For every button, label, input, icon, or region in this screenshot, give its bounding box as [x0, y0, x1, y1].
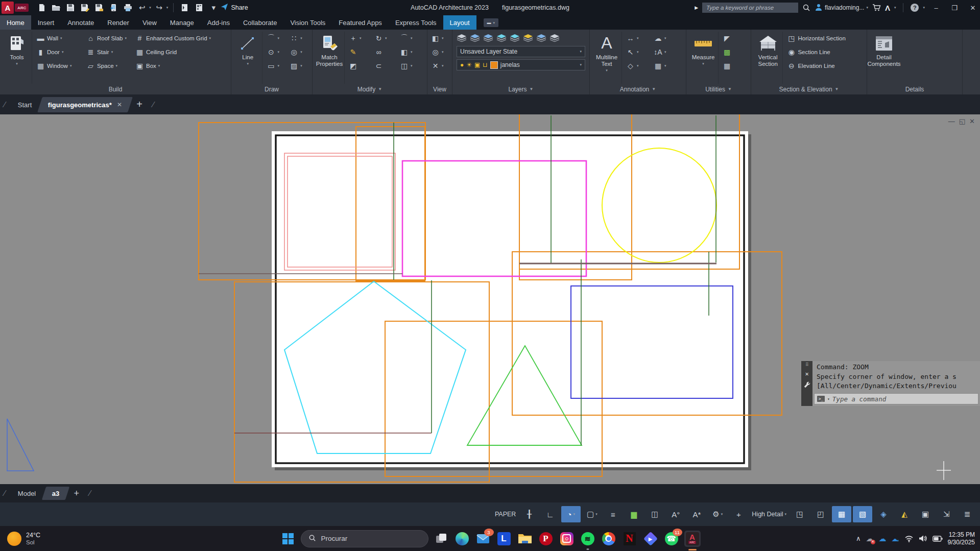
file-tab-figurasgeometricas-[interactable]: figurasgeometricas*✕: [37, 97, 133, 112]
isodraft-icon[interactable]: ◳: [790, 506, 809, 522]
app-store-cart-icon[interactable]: [872, 4, 881, 12]
annotation-visibility-icon[interactable]: A°: [666, 506, 685, 522]
layer-off-icon[interactable]: [510, 34, 520, 43]
user-account-button[interactable]: flaviadoming...▾: [815, 3, 868, 13]
customize-menu-icon[interactable]: ≣: [958, 506, 977, 522]
weather-widget[interactable]: 24°C Sol: [7, 532, 40, 546]
line-button[interactable]: Line▾: [233, 32, 262, 84]
chrome-icon[interactable]: [601, 531, 617, 547]
lineweight-icon[interactable]: ≡: [603, 506, 623, 522]
graphics-performance-icon[interactable]: ◭: [895, 506, 914, 522]
panel-title[interactable]: Utilities▼: [686, 84, 751, 94]
panel-title[interactable]: Details: [867, 84, 962, 94]
quick-calc-icon[interactable]: ▦: [721, 59, 742, 73]
layer-state-dropdown[interactable]: Unsaved Layer State▾: [457, 46, 585, 57]
plot-icon[interactable]: [122, 2, 134, 13]
edge-icon[interactable]: [454, 531, 470, 547]
transfer-icon[interactable]: [107, 2, 119, 13]
ribbon-tab-vision-tools[interactable]: Vision Tools: [283, 15, 332, 30]
onedrive-paused-icon[interactable]: ☁: [892, 534, 899, 543]
zoom-window-icon[interactable]: ✕▾: [429, 59, 450, 73]
panel-title[interactable]: Modify▼: [313, 84, 427, 94]
search-icon[interactable]: [802, 4, 810, 12]
door-button[interactable]: ▮Door▾: [35, 45, 84, 59]
polar-tracking-icon[interactable]: ◔▾: [561, 506, 581, 522]
onedrive-icon[interactable]: ☁: [879, 534, 887, 543]
layer-freeze-icon[interactable]: [496, 34, 507, 43]
ribbon-tab-add-ins[interactable]: Add-ins: [201, 15, 236, 30]
spotify-icon[interactable]: ≋: [580, 531, 596, 547]
hatch-icon[interactable]: ▨▾: [288, 59, 310, 73]
leader-icon[interactable]: ↖▾: [625, 45, 651, 59]
explode-icon[interactable]: ◩: [347, 59, 372, 73]
detail-components-button[interactable]: Detail Components: [869, 32, 899, 84]
app-l-icon[interactable]: L: [496, 531, 512, 547]
taskbar-search-input[interactable]: Procurar: [301, 530, 428, 547]
command-close-icon[interactable]: ✕: [805, 370, 808, 377]
ribbon-tab-express-tools[interactable]: Express Tools: [389, 15, 443, 30]
ribbon-tab-render[interactable]: Render: [101, 15, 136, 30]
save-icon[interactable]: [64, 2, 77, 13]
vertical-section-button[interactable]: Vertical Section: [753, 32, 783, 84]
help-icon[interactable]: ?: [911, 4, 919, 12]
pinterest-icon[interactable]: P: [538, 531, 554, 547]
sheet-set-icon[interactable]: [179, 2, 191, 13]
rotate-icon[interactable]: ↻▾: [373, 32, 397, 45]
ceiling-grid-button[interactable]: ▦Ceiling Grid: [134, 45, 224, 59]
restore-button[interactable]: ❒: [947, 0, 962, 15]
command-input[interactable]: >_ ▾ Type a command: [814, 393, 978, 404]
arc-icon[interactable]: ⌒▾: [265, 32, 287, 45]
box-button[interactable]: ▣Box▾: [134, 59, 224, 73]
save-as-icon[interactable]: [79, 2, 91, 13]
onedrive-error-icon[interactable]: ☁✕: [866, 534, 874, 543]
enhanced-custom-grid-button[interactable]: #Enhanced Custom Grid▾: [134, 32, 224, 45]
dimension-icon[interactable]: ↔▾: [625, 32, 651, 45]
layer-isolate-icon[interactable]: [523, 34, 533, 43]
battery-icon[interactable]: [933, 536, 943, 542]
panel-title[interactable]: Section & Elevation▼: [751, 84, 867, 94]
ribbon-tab-manage[interactable]: Manage: [163, 15, 201, 30]
media-player-icon[interactable]: ▶: [642, 531, 659, 547]
command-dock-handle[interactable]: ⠿ ✕: [801, 361, 812, 406]
viewport-restore-icon[interactable]: ◱: [959, 117, 965, 125]
ribbon-tab-annotate[interactable]: Annotate: [61, 15, 101, 30]
layer-vp-freeze-icon[interactable]: ▣: [474, 61, 480, 68]
help-search-input[interactable]: Type a keyword or phrase: [702, 3, 798, 13]
file-tab-start[interactable]: Start: [7, 97, 42, 112]
close-button[interactable]: ✕: [966, 0, 980, 15]
match-properties-button[interactable]: Match Properties: [315, 32, 345, 84]
layout-viewports-icon[interactable]: [193, 2, 205, 13]
array-icon[interactable]: ◫▾: [398, 59, 423, 73]
share-button[interactable]: Share: [221, 3, 248, 12]
isolate-objects-icon[interactable]: ▣: [916, 506, 935, 522]
task-view-icon[interactable]: [433, 531, 449, 547]
ribbon-tab-insert[interactable]: Insert: [31, 15, 61, 30]
roof-slab-button[interactable]: ⌂Roof Slab▾: [85, 32, 133, 45]
selection-cycling-icon[interactable]: ◫: [645, 506, 664, 522]
mirror-icon[interactable]: ◧▾: [398, 45, 423, 59]
dropdown-arrow-icon[interactable]: ▾: [149, 6, 151, 10]
revision-cloud-icon[interactable]: ☁▾: [652, 32, 681, 45]
ellipse-icon[interactable]: ◎▾: [288, 45, 310, 59]
measure-button[interactable]: Measure▾: [688, 32, 719, 84]
wifi-icon[interactable]: [904, 535, 914, 542]
elevation-line-button[interactable]: ⊖Elevation Line: [785, 59, 865, 73]
graphics-shapes-icon[interactable]: ◰: [811, 506, 830, 522]
undo-icon[interactable]: ↩: [136, 2, 148, 13]
text-height-icon[interactable]: ↕A▾: [652, 45, 681, 59]
clean-screen-icon[interactable]: ⇲: [937, 506, 956, 522]
quick-select-icon[interactable]: ◤: [721, 32, 742, 45]
volume-icon[interactable]: [919, 535, 927, 542]
close-tab-icon[interactable]: ✕: [117, 101, 122, 108]
whatsapp-icon[interactable]: ☎11: [663, 531, 680, 547]
fillet-icon[interactable]: ⌒▾: [398, 32, 423, 45]
hatch-display-icon[interactable]: ▦: [832, 506, 851, 522]
layer-match-icon[interactable]: [470, 34, 480, 43]
offset-icon[interactable]: ⊂: [373, 59, 397, 73]
layer-merge-icon[interactable]: [549, 34, 560, 43]
snap-mode-icon[interactable]: ╂: [519, 506, 539, 522]
layer-select-dropdown[interactable]: ●☀▣⊔janelas▾: [457, 59, 585, 70]
ucs-paper-icon[interactable]: [7, 419, 34, 471]
command-settings-wrench-icon[interactable]: [804, 380, 810, 390]
erase-icon[interactable]: ✎: [347, 45, 372, 59]
